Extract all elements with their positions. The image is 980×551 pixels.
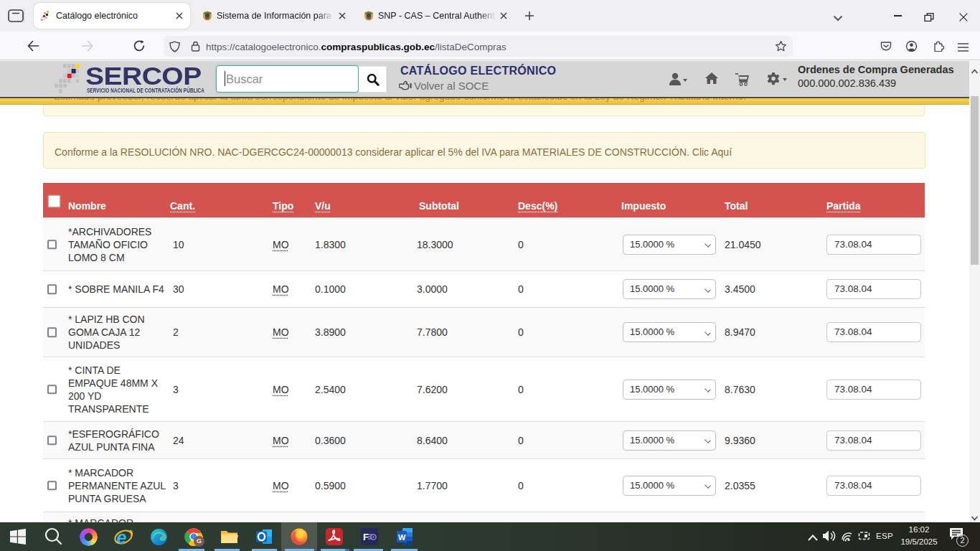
svg-text:F: F: [363, 532, 369, 542]
svg-text:e: e: [117, 527, 127, 546]
svg-text:W: W: [398, 533, 406, 542]
